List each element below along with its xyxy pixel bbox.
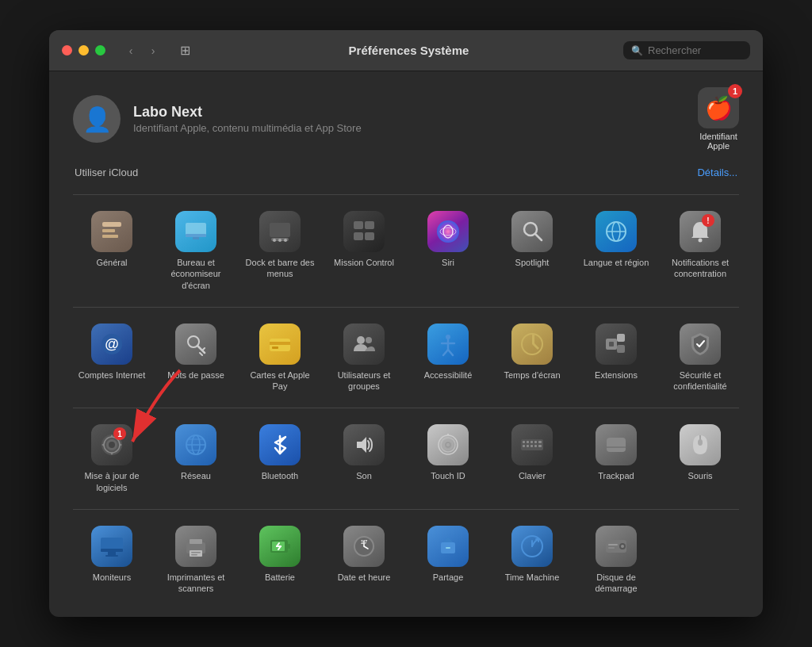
divider-1 bbox=[73, 194, 739, 195]
pref-comptes[interactable]: @ Comptes Internet bbox=[73, 317, 151, 399]
moniteurs-icon bbox=[91, 526, 132, 567]
svg-rect-79 bbox=[105, 555, 118, 557]
search-input[interactable] bbox=[648, 44, 742, 56]
timemachine-icon bbox=[511, 526, 553, 567]
profile-subtitle: Identifiant Apple, contenu multimédia et… bbox=[133, 122, 698, 134]
pref-cartes[interactable]: Cartes et Apple Pay bbox=[241, 317, 319, 399]
maximize-button[interactable] bbox=[95, 45, 105, 56]
svg-rect-69 bbox=[534, 445, 537, 447]
disque-label: Disque de démarrage bbox=[580, 572, 652, 595]
pref-imprim[interactable]: Imprimantes et scanners bbox=[157, 519, 235, 601]
pref-temps[interactable]: Temps d'écran bbox=[493, 317, 571, 399]
svg-rect-4 bbox=[186, 234, 206, 237]
pref-mdp[interactable]: Mots de passe bbox=[157, 317, 235, 399]
svg-line-38 bbox=[443, 350, 448, 355]
apple-id-button[interactable]: 1 🍎 IdentifiantApple bbox=[698, 87, 739, 151]
svg-rect-12 bbox=[365, 221, 374, 229]
pref-notif[interactable]: ! Notifications et concentration bbox=[661, 205, 739, 297]
langue-icon bbox=[596, 211, 637, 252]
general-label: Général bbox=[96, 257, 127, 268]
svg-rect-61 bbox=[523, 441, 525, 443]
svg-point-23 bbox=[699, 239, 703, 243]
search-bar[interactable]: 🔍 bbox=[623, 41, 750, 59]
bureau-label: Bureau et économiseur d'écran bbox=[160, 257, 232, 291]
svg-rect-66 bbox=[523, 445, 525, 447]
touch-icon bbox=[427, 424, 469, 465]
svg-rect-71 bbox=[607, 438, 626, 452]
traffic-lights bbox=[62, 45, 105, 56]
minimize-button[interactable] bbox=[79, 45, 89, 56]
pref-son[interactable]: Son bbox=[325, 418, 403, 500]
pref-souris[interactable]: Souris bbox=[661, 418, 739, 500]
avatar: 👤 bbox=[73, 95, 121, 143]
back-button[interactable]: ‹ bbox=[121, 41, 140, 60]
main-window: ‹ › ⊞ Préférences Système 🔍 👤 Labo Next … bbox=[49, 30, 763, 617]
pref-spotlight[interactable]: Spotlight bbox=[493, 205, 571, 297]
icloud-label: Utiliser iCloud bbox=[75, 167, 138, 178]
svg-rect-42 bbox=[617, 334, 625, 342]
clavier-icon bbox=[511, 424, 553, 465]
grid-view-button[interactable]: ⊞ bbox=[175, 41, 194, 60]
batterie-icon bbox=[259, 526, 301, 567]
svg-rect-83 bbox=[191, 552, 201, 553]
bluetooth-label: Bluetooth bbox=[262, 470, 298, 481]
pref-secu[interactable]: Sécurité et confidentialité bbox=[661, 317, 739, 399]
pref-clavier[interactable]: Clavier bbox=[493, 418, 571, 500]
svg-point-103 bbox=[621, 545, 624, 548]
pref-trackpad[interactable]: Trackpad bbox=[577, 418, 655, 500]
svg-rect-104 bbox=[608, 544, 618, 546]
pref-users[interactable]: Utilisateurs et groupes bbox=[325, 317, 403, 399]
svg-rect-43 bbox=[617, 345, 625, 353]
pref-date[interactable]: 17 Date et heure bbox=[325, 519, 403, 601]
touch-label: Touch ID bbox=[431, 470, 465, 481]
pref-access[interactable]: Accessibilité bbox=[409, 317, 487, 399]
pref-timemachine[interactable]: Time Machine bbox=[493, 519, 571, 601]
reseau-icon bbox=[175, 424, 216, 465]
date-icon: 17 bbox=[343, 526, 385, 567]
temps-label: Temps d'écran bbox=[504, 369, 560, 381]
svg-rect-1 bbox=[102, 229, 115, 232]
souris-icon bbox=[680, 424, 721, 465]
svg-text:@: @ bbox=[105, 336, 119, 352]
svg-rect-84 bbox=[191, 554, 197, 556]
pref-reseau[interactable]: Réseau bbox=[157, 418, 235, 500]
notif-badge: ! bbox=[702, 214, 714, 227]
pref-bureau[interactable]: Bureau et économiseur d'écran bbox=[157, 205, 235, 297]
profile-info: Labo Next Identifiant Apple, contenu mul… bbox=[133, 104, 698, 134]
svg-rect-70 bbox=[538, 445, 542, 447]
pref-ext[interactable]: Extensions bbox=[577, 317, 655, 399]
pref-siri[interactable]: Siri bbox=[409, 205, 487, 297]
spotlight-label: Spotlight bbox=[515, 257, 550, 268]
pref-general[interactable]: Général bbox=[73, 205, 151, 297]
svg-rect-11 bbox=[354, 221, 363, 229]
icloud-details-button[interactable]: Détails... bbox=[697, 167, 737, 178]
profile-section: 👤 Labo Next Identifiant Apple, contenu m… bbox=[73, 87, 739, 151]
pref-maj[interactable]: 1 Mise à jour de logiciels bbox=[73, 418, 151, 500]
svg-point-8 bbox=[273, 239, 276, 242]
son-icon bbox=[343, 424, 385, 465]
svg-rect-105 bbox=[608, 547, 615, 549]
pref-dock[interactable]: Dock et barre des menus bbox=[241, 205, 319, 297]
svg-rect-14 bbox=[365, 232, 374, 240]
notif-label: Notifications et concentration bbox=[665, 257, 736, 280]
imprim-label: Imprimantes et scanners bbox=[160, 572, 232, 595]
secu-icon bbox=[680, 324, 721, 365]
pref-langue[interactable]: Langue et région bbox=[577, 205, 655, 297]
user-icon: 👤 bbox=[82, 105, 112, 133]
close-button[interactable] bbox=[62, 45, 72, 56]
prefs-row-4: Moniteurs Imprimantes et scanners bbox=[73, 519, 739, 601]
search-icon: 🔍 bbox=[631, 45, 643, 56]
pref-moniteurs[interactable]: Moniteurs bbox=[73, 519, 151, 601]
svg-point-10 bbox=[284, 239, 287, 242]
pref-partage[interactable]: Partage bbox=[409, 519, 487, 601]
pref-disque[interactable]: Disque de démarrage bbox=[577, 519, 655, 601]
pref-batterie[interactable]: Batterie bbox=[241, 519, 319, 601]
comptes-icon: @ bbox=[91, 324, 132, 365]
disque-icon bbox=[596, 526, 637, 567]
pref-touch[interactable]: Touch ID bbox=[409, 418, 487, 500]
svg-rect-5 bbox=[193, 237, 199, 239]
forward-button[interactable]: › bbox=[144, 41, 163, 60]
pref-bluetooth[interactable]: Bluetooth bbox=[241, 418, 319, 500]
svg-marker-97 bbox=[443, 537, 453, 542]
pref-mission[interactable]: Mission Control bbox=[325, 205, 403, 297]
